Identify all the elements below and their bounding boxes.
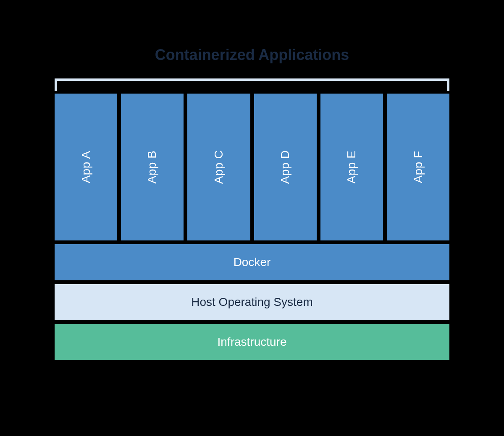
diagram-title: Containerized Applications [155,46,349,64]
app-label: App C [212,150,226,184]
app-box-a: App A [55,94,117,240]
layer-docker: Docker [55,244,449,280]
app-box-d: App D [254,94,317,240]
app-label: App A [79,151,93,183]
app-box-e: App E [320,94,383,240]
apps-row: App A App B App C App D App E App F [55,94,449,240]
app-label: App F [411,151,425,183]
app-box-b: App B [121,94,184,240]
apps-bracket [55,78,449,91]
app-label: App B [146,151,159,184]
architecture-diagram: App A App B App C App D App E App F Dock… [55,78,449,360]
app-box-f: App F [387,94,449,240]
app-label: App E [345,151,358,184]
layer-infrastructure: Infrastructure [55,324,449,360]
app-label: App D [278,150,292,184]
app-box-c: App C [187,94,250,240]
layer-host-os: Host Operating System [55,284,449,320]
